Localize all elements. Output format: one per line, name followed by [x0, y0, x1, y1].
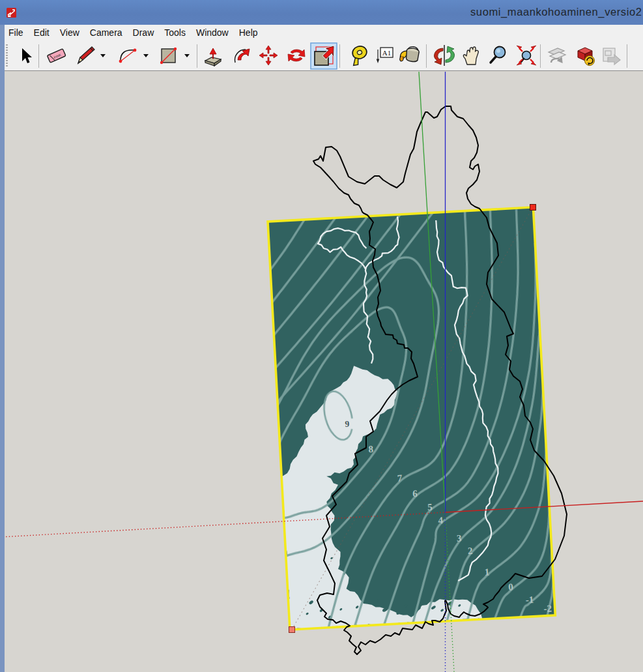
svg-text:-2: -2	[543, 603, 552, 614]
svg-text:9: 9	[345, 419, 350, 429]
svg-text:8: 8	[368, 444, 373, 454]
svg-text:1: 1	[484, 566, 489, 577]
svg-text:6: 6	[412, 488, 418, 499]
svg-text:-1: -1	[525, 594, 534, 606]
svg-text:A1: A1	[382, 49, 391, 57]
svg-text:3: 3	[457, 533, 462, 544]
svg-text:4: 4	[438, 515, 444, 525]
svg-text:7: 7	[397, 473, 403, 483]
svg-text:2: 2	[468, 546, 473, 556]
svg-text:5: 5	[427, 502, 433, 512]
svg-text:0: 0	[508, 581, 513, 592]
